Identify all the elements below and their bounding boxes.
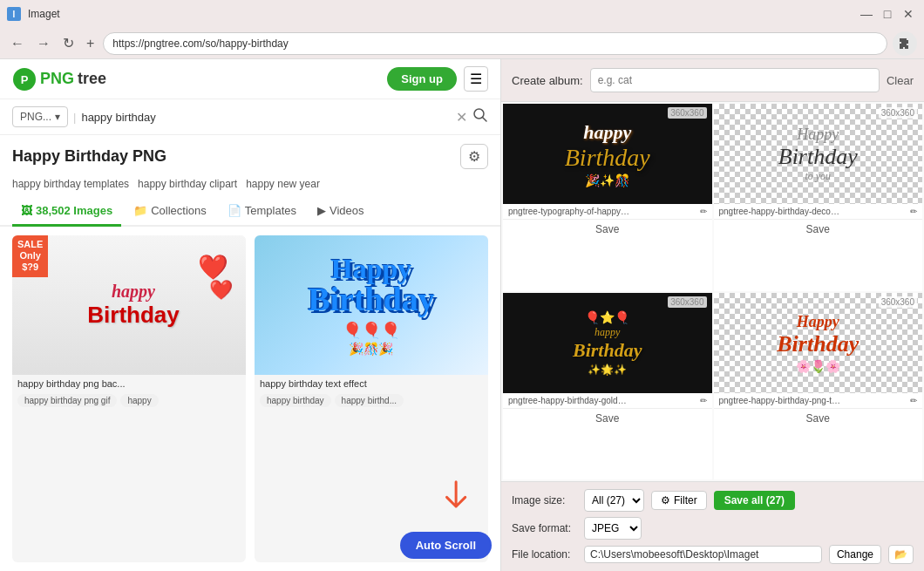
filter-options-button[interactable]: ⚙: [460, 144, 488, 169]
svg-text:I: I: [13, 10, 16, 19]
thumb-caption-3: pngtree-happy-birthday-png-trans ✏: [714, 393, 923, 408]
templates-icon: 📄: [228, 204, 241, 217]
collections-icon: 📁: [133, 204, 147, 217]
album-label: Create album:: [512, 74, 583, 87]
save-format-label: Save format:: [512, 522, 577, 534]
tab-images[interactable]: 🖼 38,502 Images: [12, 197, 121, 227]
forward-button[interactable]: →: [33, 34, 54, 53]
edit-icon-3[interactable]: ✏: [910, 396, 917, 405]
tab-templates-label: Templates: [245, 204, 296, 217]
logo[interactable]: P PNGtree: [12, 67, 106, 92]
change-location-button[interactable]: Change: [829, 545, 881, 564]
bottom-controls: Image size: All (27) ⚙ Filter Save all (…: [501, 481, 924, 571]
svg-line-5: [483, 118, 487, 122]
right-panel: Create album: Clear 360x360 happy Birthd…: [501, 59, 924, 571]
thumb-item-3[interactable]: 360x360 Happy Birthday 🌸🌷🌸 pngtree-happy…: [714, 293, 923, 480]
file-location-value: C:\Users\mobeesoft\Desktop\Imaget: [584, 546, 822, 563]
tabs-bar: 🖼 38,502 Images 📁 Collections 📄 Template…: [0, 197, 500, 227]
album-bar: Create album: Clear: [501, 59, 924, 102]
image-thumb-1: Happy Birthday 🎈🎈🎈 🎉🎊🎉: [255, 235, 488, 375]
related-searches: happy birthday templates happy birthday …: [0, 174, 500, 197]
save-format-select[interactable]: JPEG PNG WEBP: [584, 517, 642, 540]
thumb-image-2: 360x360 🎈⭐🎈 happy Birthday ✨🌟✨: [503, 293, 712, 393]
filter-icon: ⚙: [661, 494, 670, 506]
page-title-bar: Happy Birthday PNG ⚙: [0, 135, 500, 174]
images-icon: 🖼: [21, 204, 32, 217]
card-tag-1-1[interactable]: happy birthd...: [335, 394, 404, 407]
thumb-caption-0: pngtree-typography-of-happy-birt ✏: [503, 204, 712, 219]
image-thumb-0: SALEOnly$?9 happy Birthday ❤️ ❤️: [12, 235, 246, 375]
save-button-3[interactable]: Save: [806, 412, 830, 425]
thumb-image-1: 360x360 Happy Birthday to you: [714, 104, 923, 204]
file-location-row: File location: C:\Users\mobeesoft\Deskto…: [512, 545, 914, 564]
open-folder-button[interactable]: 📂: [888, 545, 914, 564]
search-clear-button[interactable]: ✕: [456, 109, 467, 126]
search-filter-dropdown[interactable]: PNG... ▾: [12, 106, 68, 127]
image-size-label: Image size:: [512, 494, 577, 506]
thumb-save-2: Save: [503, 408, 712, 428]
minimize-button[interactable]: —: [858, 5, 875, 23]
card-caption-1: happy birthday text effect: [255, 375, 488, 392]
back-button[interactable]: ←: [7, 34, 28, 53]
image-card-0[interactable]: SALEOnly$?9 happy Birthday ❤️ ❤️ happy b…: [12, 235, 246, 562]
tab-videos-label: Videos: [330, 204, 364, 217]
search-submit-button[interactable]: [472, 107, 488, 126]
card-tag-1-0[interactable]: happy birthday: [260, 394, 331, 407]
card-tag-0-1[interactable]: happy: [120, 394, 158, 407]
signup-button[interactable]: Sign up: [387, 67, 457, 91]
new-tab-button[interactable]: +: [83, 34, 98, 53]
search-input[interactable]: [81, 111, 451, 124]
save-button-0[interactable]: Save: [595, 223, 619, 235]
url-display: https://pngtree.com/so/happy-birthday: [112, 37, 288, 50]
related-tag-1[interactable]: happy birthday clipart: [138, 178, 237, 190]
edit-icon-1[interactable]: ✏: [910, 207, 917, 216]
thumb-image-3: 360x360 Happy Birthday 🌸🌷🌸: [714, 293, 923, 393]
thumb-size-3: 360x360: [879, 296, 917, 308]
save-all-button[interactable]: Save all (27): [714, 491, 795, 510]
save-button-1[interactable]: Save: [806, 223, 830, 235]
thumb-name-2: pngtree-happy-birthday-golden-ba: [508, 396, 630, 405]
thumb-name-3: pngtree-happy-birthday-png-trans: [719, 396, 841, 405]
logo-text: PNG: [40, 70, 74, 88]
thumb-item-1[interactable]: 360x360 Happy Birthday to you pngtree-ha…: [714, 104, 923, 291]
card-tag-0-0[interactable]: happy birthday png gif: [17, 394, 117, 407]
tab-collections-label: Collections: [151, 204, 207, 217]
image-grid: SALEOnly$?9 happy Birthday ❤️ ❤️ happy b…: [0, 227, 500, 571]
menu-button[interactable]: ☰: [464, 66, 488, 92]
card-tags-0: happy birthday png gif happy: [12, 392, 246, 412]
related-tag-2[interactable]: happy new year: [246, 178, 320, 190]
extension-icon[interactable]: [893, 31, 917, 56]
edit-icon-2[interactable]: ✏: [700, 396, 707, 405]
thumb-image-0: 360x360 happy Birthday 🎉✨🎊: [503, 104, 712, 204]
address-bar[interactable]: https://pngtree.com/so/happy-birthday: [103, 32, 887, 55]
maximize-button[interactable]: □: [879, 5, 896, 23]
refresh-button[interactable]: ↻: [59, 33, 78, 53]
tab-templates[interactable]: 📄 Templates: [219, 197, 305, 227]
tab-collections[interactable]: 📁 Collections: [125, 197, 215, 227]
thumb-size-1: 360x360: [879, 107, 917, 119]
search-bar: PNG... ▾ | ✕: [0, 99, 500, 135]
site-header: P PNGtree Sign up ☰: [0, 59, 500, 99]
filter-button[interactable]: ⚙ Filter: [651, 491, 707, 510]
tab-videos[interactable]: ▶ Videos: [309, 197, 373, 227]
auto-scroll-button[interactable]: Auto Scroll: [400, 532, 492, 559]
save-button-2[interactable]: Save: [595, 412, 619, 425]
window-controls: — □ ✕: [858, 5, 917, 23]
thumb-name-0: pngtree-typography-of-happy-birt: [508, 207, 630, 216]
clear-button[interactable]: Clear: [887, 74, 914, 87]
album-input[interactable]: [590, 68, 880, 92]
thumb-item-0[interactable]: 360x360 happy Birthday 🎉✨🎊 pngtree-typog…: [503, 104, 712, 291]
file-location-label: File location:: [512, 548, 577, 561]
browser-bar: ← → ↻ + https://pngtree.com/so/happy-bir…: [0, 28, 924, 59]
image-size-row: Image size: All (27) ⚙ Filter Save all (…: [512, 489, 914, 512]
left-panel: P PNGtree Sign up ☰ PNG... ▾ | ✕: [0, 59, 501, 571]
close-button[interactable]: ✕: [900, 5, 917, 23]
title-bar: I Imaget — □ ✕: [0, 0, 924, 28]
app-title: Imaget: [28, 8, 60, 20]
svg-text:P: P: [21, 73, 29, 86]
image-size-select[interactable]: All (27): [584, 489, 644, 512]
related-tag-0[interactable]: happy birthday templates: [12, 178, 129, 190]
thumb-caption-2: pngtree-happy-birthday-golden-ba ✏: [503, 393, 712, 408]
edit-icon-0[interactable]: ✏: [700, 207, 707, 216]
thumb-item-2[interactable]: 360x360 🎈⭐🎈 happy Birthday ✨🌟✨ pngtree-h…: [503, 293, 712, 480]
